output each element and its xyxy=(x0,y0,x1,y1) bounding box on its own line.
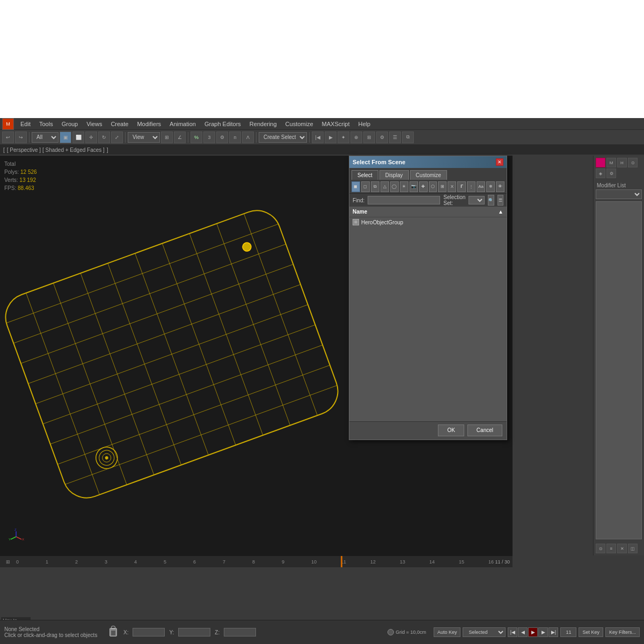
play-btn[interactable]: ▶ xyxy=(528,627,538,637)
y-input[interactable] xyxy=(178,628,210,636)
selection-filter[interactable]: All xyxy=(32,132,58,143)
dialog-filter-bone-btn[interactable]: 𝝘 xyxy=(457,181,466,192)
ok-button[interactable]: OK xyxy=(438,425,464,436)
menu-tools[interactable]: Tools xyxy=(37,120,55,128)
highlight-icon-btn[interactable]: ☰ xyxy=(497,195,503,206)
viewport-dropdown[interactable]: View xyxy=(128,132,160,143)
prev-frame-btn[interactable]: ◀ xyxy=(518,627,528,637)
dialog-filter-geo-btn[interactable]: △ xyxy=(380,181,389,192)
redo-btn[interactable]: ↪ xyxy=(15,131,27,143)
main-toolbar: ↩ ↪ All ▣ ⬜ ✛ ↻ ⤢ View ⊞ ∠ % 3 ⚙ n Λ Cre… xyxy=(0,130,644,145)
menu-help[interactable]: Help xyxy=(356,120,373,128)
motion-icon[interactable]: ⊙ xyxy=(628,158,638,167)
delete-btn[interactable]: ✕ xyxy=(617,544,627,553)
list-item[interactable]: ⊞ HeroObjectGroup xyxy=(349,217,507,227)
lock-icon[interactable] xyxy=(107,628,119,636)
dialog-filter-warp-btn[interactable]: ⬡ xyxy=(429,181,437,192)
dialog-filter-helper-btn[interactable]: ✚ xyxy=(419,181,428,192)
menu-modifiers[interactable]: Modifiers xyxy=(135,120,163,128)
tools-btn7[interactable]: ✦ xyxy=(338,131,349,143)
configure-btn[interactable]: ≡ xyxy=(606,544,616,553)
select-btn[interactable]: ▣ xyxy=(60,131,71,143)
set-key-button[interactable]: Set Key xyxy=(579,627,603,637)
tools-btn12[interactable]: ⧉ xyxy=(402,131,414,143)
rotate-btn[interactable]: ↻ xyxy=(98,131,110,143)
dialog-filter-xref-btn[interactable]: X xyxy=(448,181,456,192)
tools-btn11[interactable]: ☰ xyxy=(389,131,401,143)
menu-maxscript[interactable]: MAXScript xyxy=(320,120,352,128)
auto-key-type-select[interactable]: Selected xyxy=(463,627,506,637)
dialog-filter-cam-btn[interactable]: 📷 xyxy=(409,181,418,192)
dialog-select-none-btn[interactable]: ◻ xyxy=(361,181,370,192)
modifier-dropdown[interactable] xyxy=(596,189,642,199)
frame-counter[interactable]: 11 xyxy=(560,627,576,637)
svg-line-11 xyxy=(13,244,286,343)
menu-group[interactable]: Group xyxy=(60,120,80,128)
menu-animation[interactable]: Animation xyxy=(167,120,198,128)
auto-key-button[interactable]: Auto Key xyxy=(434,627,461,637)
dialog-filter-group-btn[interactable]: ⊞ xyxy=(438,181,447,192)
menu-graph-editors[interactable]: Graph Editors xyxy=(202,120,243,128)
key-filters-button[interactable]: Key Filters... xyxy=(605,627,640,637)
tools-btn1[interactable]: 3 xyxy=(203,131,215,143)
menu-rendering[interactable]: Rendering xyxy=(247,120,279,128)
dialog-sort-btn[interactable]: ⋮ xyxy=(467,181,475,192)
dialog-show-btn[interactable]: 👁 xyxy=(496,181,504,192)
go-to-start-btn[interactable]: |◀ xyxy=(508,627,517,637)
modify-icon[interactable]: M xyxy=(606,158,616,167)
pct-btn[interactable]: % xyxy=(191,131,202,143)
timeline-playhead[interactable] xyxy=(341,556,342,567)
dialog-select-all-btn[interactable]: ◼ xyxy=(352,181,360,192)
dialog-freeze-btn[interactable]: ❄ xyxy=(486,181,495,192)
tools-btn4[interactable]: Λ xyxy=(242,131,254,143)
x-input[interactable] xyxy=(133,628,165,636)
hierarchy-icon[interactable]: H xyxy=(617,158,627,167)
undo-btn[interactable]: ↩ xyxy=(2,131,14,143)
menu-create[interactable]: Create xyxy=(108,120,130,128)
dialog-case-btn[interactable]: Aa xyxy=(477,181,485,192)
scale-btn[interactable]: ⤢ xyxy=(111,131,123,143)
dialog-invert-btn[interactable]: ⧉ xyxy=(371,181,379,192)
dialog-tab-customize[interactable]: Customize xyxy=(410,170,447,180)
create-icon[interactable] xyxy=(596,158,605,167)
cancel-button[interactable]: Cancel xyxy=(467,425,502,436)
find-input[interactable] xyxy=(368,196,440,204)
utilities-icon[interactable]: ⚙ xyxy=(606,169,616,178)
dialog-filter-light-btn[interactable]: ☀ xyxy=(400,181,408,192)
display-icon[interactable]: ◈ xyxy=(596,169,605,178)
select-region-btn[interactable]: ⬜ xyxy=(72,131,84,143)
menu-views[interactable]: Views xyxy=(84,120,104,128)
viewport-perspective-label[interactable]: [ Perspective ] [ Shaded + Edged Faces ] xyxy=(7,147,105,153)
move-btn[interactable]: ✛ xyxy=(85,131,97,143)
tools-btn2[interactable]: ⚙ xyxy=(216,131,228,143)
menu-customize[interactable]: Customize xyxy=(283,120,316,128)
selection-set-input[interactable] xyxy=(469,196,485,204)
timeline-area[interactable]: ⊞ 0 1 2 3 4 5 6 7 8 9 10 11 12 13 14 15 … xyxy=(0,555,513,567)
tnum-2: 2 xyxy=(75,559,78,565)
dialog-tab-display[interactable]: Display xyxy=(379,170,409,180)
tools-btn8[interactable]: ⊕ xyxy=(350,131,362,143)
find-icon-btn[interactable]: 🔍 xyxy=(488,195,494,206)
pin-btn[interactable]: ⊙ xyxy=(596,544,605,553)
dialog-tab-select[interactable]: Select xyxy=(352,170,378,180)
dialog-object-list[interactable]: ⊞ HeroObjectGroup xyxy=(349,217,507,421)
snap-btn[interactable]: ⊞ xyxy=(161,131,173,143)
tnum-5: 5 xyxy=(164,559,166,565)
menu-edit[interactable]: Edit xyxy=(18,120,33,128)
tools-btn5[interactable]: |◀ xyxy=(312,131,324,143)
create-selection-dropdown[interactable]: Create Selection xyxy=(259,132,307,143)
tools-btn10[interactable]: ⚙ xyxy=(376,131,388,143)
tools-btn9[interactable]: ⊞ xyxy=(363,131,375,143)
go-to-end-btn[interactable]: ▶| xyxy=(548,627,558,637)
highlight-btn[interactable]: ◫ xyxy=(628,544,638,553)
next-frame-btn[interactable]: ▶ xyxy=(538,627,548,637)
snap-angle-btn[interactable]: ∠ xyxy=(174,131,186,143)
tnum-16: 16 xyxy=(488,559,494,565)
app-icon[interactable]: M xyxy=(2,118,14,130)
z-input[interactable] xyxy=(224,628,256,636)
tools-btn6[interactable]: ▶ xyxy=(325,131,336,143)
dialog-filter-shape-btn[interactable]: ◯ xyxy=(390,181,399,192)
tools-btn3[interactable]: n xyxy=(229,131,241,143)
list-sort-icon[interactable]: ▲ xyxy=(498,209,503,215)
dialog-close-button[interactable]: ✕ xyxy=(496,158,503,166)
